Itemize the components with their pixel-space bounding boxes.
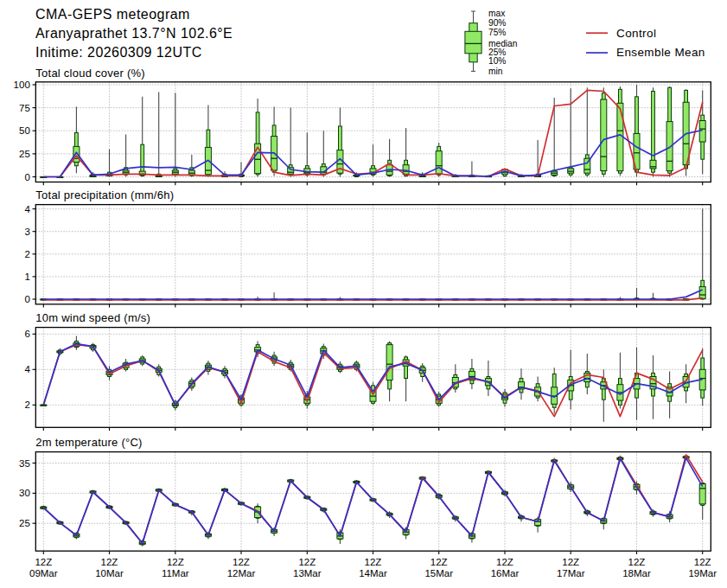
svg-text:4: 4 [24,364,30,374]
svg-text:10%: 10% [488,56,506,66]
svg-text:100: 100 [14,80,30,90]
svg-text:30: 30 [19,488,30,498]
svg-text:12Z: 12Z [233,557,250,567]
svg-text:12Z: 12Z [298,557,316,567]
svg-text:75: 75 [19,103,30,113]
svg-text:12Z: 12Z [562,557,579,567]
svg-text:CMA-GEPS meteogram: CMA-GEPS meteogram [35,7,190,22]
svg-text:35: 35 [19,458,30,469]
svg-text:12Z: 12Z [430,557,448,567]
svg-text:2m temperature (°C): 2m temperature (°C) [35,436,142,449]
svg-text:2: 2 [24,399,29,410]
svg-text:0: 0 [24,294,29,304]
svg-text:25: 25 [19,149,30,159]
svg-text:4: 4 [24,204,30,214]
svg-text:11Mar: 11Mar [162,568,189,578]
svg-text:09Mar: 09Mar [29,568,58,578]
svg-text:12Z: 12Z [35,557,52,567]
svg-text:15Mar: 15Mar [424,568,453,578]
svg-text:max: max [488,9,505,18]
svg-text:12Z: 12Z [496,557,513,567]
svg-text:Total cloud cover (%): Total cloud cover (%) [35,67,145,80]
svg-text:50: 50 [19,125,30,136]
svg-text:12Z: 12Z [694,557,711,567]
svg-text:19Mar: 19Mar [688,568,717,578]
svg-text:10m wind speed (m/s): 10m wind speed (m/s) [35,311,150,324]
svg-text:min: min [488,67,502,76]
svg-text:25: 25 [19,518,30,528]
svg-text:12Z: 12Z [167,557,184,567]
svg-text:6: 6 [24,329,29,339]
svg-text:17Mar: 17Mar [557,568,585,578]
svg-text:Control: Control [616,27,656,40]
svg-text:16Mar: 16Mar [491,568,520,578]
svg-text:1: 1 [24,272,29,282]
svg-text:12Z: 12Z [365,557,382,567]
svg-text:10Mar: 10Mar [95,568,124,578]
svg-text:14Mar: 14Mar [359,568,387,578]
svg-text:Initime: 20260309 12UTC: Initime: 20260309 12UTC [35,45,202,60]
svg-text:Total precipitation (mm/6h): Total precipitation (mm/6h) [35,189,174,201]
svg-text:13Mar: 13Mar [293,568,322,578]
svg-text:90%: 90% [488,18,506,28]
svg-text:12Z: 12Z [628,557,646,567]
svg-text:3: 3 [24,227,29,237]
svg-text:Aranyaprathet 13.7°N 102.6°E: Aranyaprathet 13.7°N 102.6°E [35,26,233,41]
svg-text:18Mar: 18Mar [622,568,651,578]
svg-text:0: 0 [24,172,29,182]
svg-text:75%: 75% [488,28,506,37]
svg-text:Ensemble Mean: Ensemble Mean [616,46,705,59]
svg-text:12Z: 12Z [101,557,118,567]
svg-text:12Mar: 12Mar [227,568,256,578]
svg-text:2: 2 [24,249,29,259]
